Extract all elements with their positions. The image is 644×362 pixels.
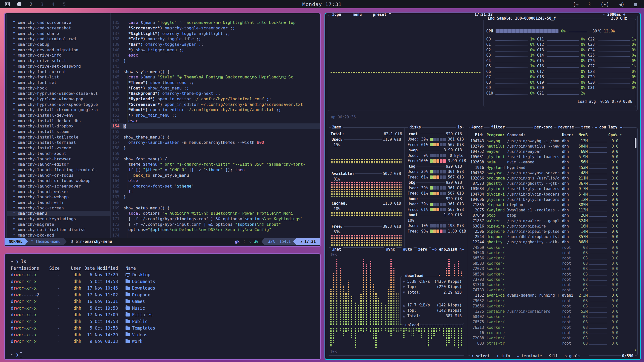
process-row[interactable]: 103684glycin-i/usr/lib/glycin-loadersdhh… — [470, 186, 634, 192]
net-zero-toggle[interactable]: zero — [417, 247, 429, 252]
tree-item[interactable]: *omarchy-launch-webapp — [7, 194, 110, 200]
code-line[interactable]: 148 │*Background*) omarchy-theme-bg-next… — [110, 91, 320, 96]
process-row[interactable]: 16rcu_preeroot0B0.0 — [470, 330, 634, 335]
tree-item[interactable]: *omarchy-install-steam — [7, 129, 110, 134]
tree-item[interactable]: *omarchy-install-docker-dbs — [7, 118, 110, 123]
code-line[interactable]: 141 │esac — [110, 53, 320, 58]
process-row[interactable]: 74869kworker/root0B0.0 — [470, 245, 634, 250]
code-line[interactable]: 157 │omarchy-launch-walker -m menus:omar… — [110, 140, 320, 145]
ls-row-games[interactable]: drwxr-xr-x-dhh16 Nov 15:31Games — [11, 298, 320, 305]
ls-row-templates[interactable]: drwxr-xr-x-dhh5 Oct 19:58Templates — [11, 325, 320, 332]
code-line[interactable]: 168 — [110, 200, 320, 205]
btop-window[interactable]: 1cpumenupreset *17:31:33- 2000ms +Eng Sa… — [325, 13, 641, 360]
tree-item[interactable]: *omarchy-notification-dismiss — [7, 227, 110, 233]
code-line[interactable]: 167} — [110, 194, 320, 200]
tree-item[interactable]: *omarchy-cmd-screensaver — [7, 20, 110, 25]
code-line[interactable]: 145 │case $(menu "Style" "◉ Theme\nA Fon… — [110, 74, 320, 80]
code-line[interactable]: 151 │*About*) open_in_editor ~/.config/o… — [110, 107, 320, 113]
code-line[interactable]: 136 │*Screensaver*) omarchy-toggle-scree… — [110, 25, 320, 31]
process-row[interactable]: 68583kworker/root0B0.0 — [470, 261, 634, 266]
proc-sort-selector[interactable]: ← cpu lazy → — [593, 125, 623, 129]
process-row[interactable]: 102638nvimnvim --embed .dhh56M0.0 — [470, 160, 634, 165]
code-line[interactable]: 139 │*Bar*) omarchy-toggle-waybar ;; — [110, 42, 320, 47]
cpu-chip-icon[interactable]: ▦ — [634, 2, 637, 7]
code-line[interactable]: 144show_style_menu() { — [110, 69, 320, 74]
code-line[interactable]: 147 │*Font*) show_font_menu ;; — [110, 85, 320, 91]
tree-item[interactable]: *omarchy-launch-wifi — [7, 200, 110, 205]
process-row[interactable]: 12244ghostty/usr/bin/ghostty --gtk-dhh86… — [470, 240, 634, 245]
tree-item[interactable]: *omarchy-launch-or-focus — [7, 172, 110, 178]
scroll-down-arrow[interactable]: ↓ — [634, 347, 636, 352]
code-line[interactable]: 162 │if [[ "$theme" = "CNCLD" || -z "$th… — [110, 167, 320, 173]
tree-item[interactable]: *omarchy-cmd-screenshot — [7, 25, 110, 31]
process-row[interactable]: 105031glycin-i/usr/lib/glycin-loadersdhh… — [470, 154, 634, 160]
process-row[interactable]: 81310kworker/root0B0.0 — [470, 282, 634, 287]
process-row[interactable]: 104784glycin-i/usr/lib/glycin-loadersdhh… — [470, 192, 634, 197]
process-row[interactable]: 68586kworker/root0B0.0 — [470, 255, 634, 261]
process-row[interactable]: 803btrfs-trroot0B0.0 — [470, 341, 634, 346]
code-line[interactable]: 156show_theme_menu() { — [110, 134, 320, 140]
proc-tree-toggle[interactable]: tree — [580, 125, 592, 129]
code-line[interactable]: 169show_setup_menu() { — [110, 205, 320, 211]
tree-item[interactable]: *omarchy-menu — [7, 211, 110, 216]
code-line[interactable]: 165 │ omarchy-font-set "$theme" — [110, 184, 320, 189]
tree-item[interactable]: *omarchy-install-terminal — [7, 140, 110, 145]
tree-item[interactable]: *omarchy-hyprland-window-pop — [7, 96, 110, 102]
tree-item[interactable]: *omarchy-hyprland-workspace-toggle — [7, 102, 110, 107]
ls-row-pictures[interactable]: drwxr-xr-x-dhh17 Nov 17:09Pictures — [11, 311, 320, 318]
process-row[interactable]: 2075XwaylandXwayland :1 -rootless -dhh11… — [470, 208, 634, 213]
menu-button[interactable]: menu — [351, 13, 363, 17]
terminal-window[interactable]: ~ ❯ lsPermissionsSizeUserDate ModifiedNa… — [4, 253, 321, 360]
process-row[interactable]: 79032kworker/root0B0.0 — [470, 298, 634, 303]
net-auto-toggle[interactable]: auto — [401, 247, 414, 252]
tree-item[interactable]: *omarchy-font-list — [7, 74, 110, 80]
preset-button[interactable]: preset * — [371, 13, 392, 17]
tree-item[interactable]: *omarchy-install-vscode — [7, 145, 110, 151]
code-line[interactable]: 152 │*) show_main_menu ;; — [110, 113, 320, 118]
code-line[interactable]: 164 │else — [110, 178, 320, 184]
logout-icon[interactable]: [→ — [573, 2, 579, 7]
code-line[interactable]: 150 │*Screensaver*) open_in_editor ~/.co… — [110, 102, 320, 107]
code-line[interactable]: 138 │*Idle*) omarchy-toggle-idle ;; — [110, 36, 320, 42]
tree-item[interactable]: *omarchy-install-chromium-google-a — [7, 107, 110, 113]
code-line[interactable]: 142} — [110, 58, 320, 64]
net-interface-switcher[interactable]: ←b enp191s0 n→ — [431, 247, 465, 252]
process-row[interactable]: 102796nautilus/usr/bin/nautilus --newdhh… — [470, 144, 634, 149]
process-row[interactable]: 74733kworker/root0B0.0 — [470, 288, 634, 293]
code-line[interactable]: 140 │*) show_trigger_menu ;; — [110, 47, 320, 53]
wifi-hotspot-icon[interactable]: (•) — [600, 2, 609, 7]
tree-item[interactable]: *omarchy-font-set — [7, 80, 110, 85]
tree-item[interactable]: *omarchy-hyprland-window-close-all — [7, 91, 110, 96]
process-row[interactable]: 87649btopbtopdhh26M0.0 — [470, 213, 634, 218]
process-row[interactable]: 63816pipewire/usr/bin/pipewiredhh16M0.0 — [470, 223, 634, 229]
process-row[interactable]: 73703kworker/root0B0.0 — [470, 277, 634, 282]
process-row[interactable]: 104752waybar/usr/bin/waybardhh69M0.0 — [470, 149, 634, 154]
code-line[interactable]: 135 case $(menu "Toggle" "▢ Screensaver\… — [110, 20, 320, 25]
tree-item[interactable]: *omarchy-font-current — [7, 69, 110, 74]
tree-item[interactable]: *omarchy-drive-info — [7, 53, 110, 58]
code-line[interactable]: 160show_font_menu() { — [110, 156, 320, 162]
code-line[interactable]: 166 │fi — [110, 189, 320, 194]
tree-item[interactable]: *omarchy-launch-browser — [7, 156, 110, 162]
ls-row-videos[interactable]: drwxr-xr-x-dhh11 Nov 14:29Videos — [11, 332, 320, 338]
tree-item[interactable]: *omarchy-migrate — [7, 221, 110, 227]
process-row[interactable]: 71837walker/usr/bin/walker --gappldhh324… — [470, 218, 634, 223]
process-row[interactable]: 104696glycin-i/usr/lib/glycin-loadersdhh… — [470, 197, 634, 202]
tree-item[interactable]: *omarchy-launch-screensaver — [7, 184, 110, 189]
process-row[interactable]: 73656kworker/root0B0.0 — [470, 303, 634, 309]
file-tree[interactable]: *omarchy-cmd-screensaver*omarchy-cmd-scr… — [7, 13, 110, 238]
process-row[interactable]: 1275containe/usr/bin/containerdroot53M0.… — [470, 309, 634, 314]
tree-item[interactable]: *omarchy-launch-walker — [7, 189, 110, 194]
code-line[interactable]: 143 — [110, 64, 320, 69]
proc-scrollbar[interactable] — [635, 138, 636, 148]
proc-filter[interactable]: filter — [490, 125, 506, 129]
process-row[interactable]: 104743swaybg/usr/bin/swaybg -i /homdhh13… — [470, 138, 634, 144]
ls-row-dropbox[interactable]: drwx------@-dhh17 Nov 11:02Dropbox — [11, 292, 320, 298]
code-line[interactable]: 171 │[ -f ~/.config/hypr/bindings.conf ]… — [110, 216, 320, 222]
process-row[interactable]: 68402kworker/root0B0.0 — [470, 314, 634, 320]
tree-item[interactable]: *omarchy-drive-select — [7, 58, 110, 64]
tree-item[interactable]: *omarchy-launch-or-focus-webapp — [7, 178, 110, 184]
shell-prompt-empty[interactable]: ~ ❯ — [11, 351, 320, 358]
code-line[interactable]: 153 │esac — [110, 118, 320, 123]
code-line[interactable]: 154} — [110, 123, 320, 129]
